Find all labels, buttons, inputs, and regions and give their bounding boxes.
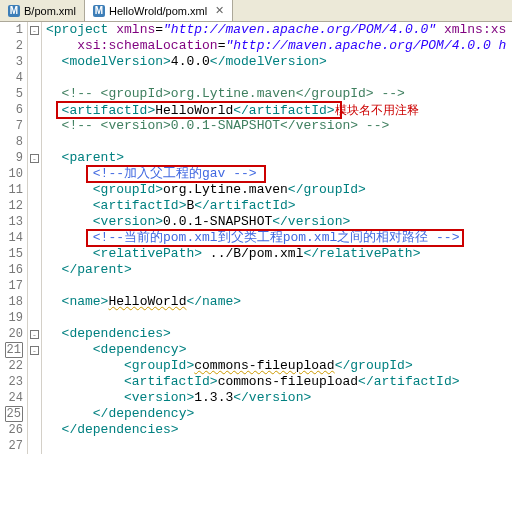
tab-label: B/pom.xml <box>24 5 76 17</box>
line-number: 7 <box>0 118 23 134</box>
code-editor: 1 2 3 4 5 6 7 8 9 10 11 12 13 14 15 16 1… <box>0 22 512 454</box>
line-number: 19 <box>0 310 23 326</box>
line-number: 10 <box>0 166 23 182</box>
line-number: 15 <box>0 246 23 262</box>
line-number: 18 <box>0 294 23 310</box>
line-number: 27 <box>0 438 23 454</box>
line-number: 23 <box>0 374 23 390</box>
line-number: 20 <box>0 326 23 342</box>
line-number: 21 <box>0 342 23 358</box>
fold-minus-icon[interactable]: - <box>30 154 39 163</box>
line-number: 2 <box>0 38 23 54</box>
fold-minus-icon[interactable]: - <box>30 26 39 35</box>
editor-tabs: M B/pom.xml M HelloWrold/pom.xml ✕ <box>0 0 512 22</box>
fold-minus-icon[interactable]: - <box>30 330 39 339</box>
close-icon[interactable]: ✕ <box>215 4 224 17</box>
tab-b-pom[interactable]: M B/pom.xml <box>0 0 85 21</box>
line-number: 5 <box>0 86 23 102</box>
line-number: 8 <box>0 134 23 150</box>
line-number: 11 <box>0 182 23 198</box>
line-number: 13 <box>0 214 23 230</box>
line-number: 22 <box>0 358 23 374</box>
line-number: 17 <box>0 278 23 294</box>
code-area[interactable]: <project xmlns="http://maven.apache.org/… <box>42 22 512 454</box>
line-number: 26 <box>0 422 23 438</box>
line-number: 6 <box>0 102 23 118</box>
line-number: 1 <box>0 22 23 38</box>
maven-icon: M <box>93 5 105 17</box>
line-number: 3 <box>0 54 23 70</box>
line-number: 9 <box>0 150 23 166</box>
line-number: 12 <box>0 198 23 214</box>
line-gutter: 1 2 3 4 5 6 7 8 9 10 11 12 13 14 15 16 1… <box>0 22 28 454</box>
annotation-text: 模块名不用注释 <box>335 103 419 117</box>
line-number: 4 <box>0 70 23 86</box>
tab-label: HelloWrold/pom.xml <box>109 5 207 17</box>
line-number: 24 <box>0 390 23 406</box>
line-number: 16 <box>0 262 23 278</box>
fold-minus-icon[interactable]: - <box>30 346 39 355</box>
tab-helloworld-pom[interactable]: M HelloWrold/pom.xml ✕ <box>85 0 233 21</box>
line-number: 14 <box>0 230 23 246</box>
line-number: 25 <box>0 406 23 422</box>
fold-gutter: - - - - <box>28 22 42 454</box>
maven-icon: M <box>8 5 20 17</box>
